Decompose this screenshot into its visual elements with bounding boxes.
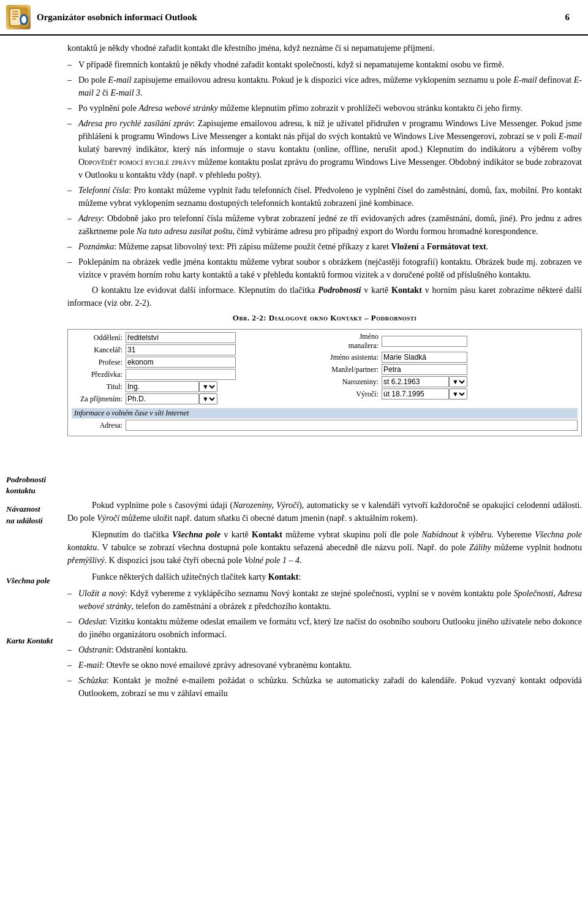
dialog-row-kancelar: Kancelář:: [72, 344, 322, 355]
bullet-dash-adresa: –: [67, 117, 77, 130]
dialog-row-manzel: Manžel/partner:: [328, 364, 578, 375]
label-kancelar: Kancelář:: [72, 346, 126, 355]
bullet-adresa: – Adresa pro rychlé zasílání zpráv: Zapi…: [67, 117, 582, 181]
val-adresa: [126, 420, 578, 431]
dialog-row-adresa: Adresa:: [72, 420, 578, 431]
header-title: Organizátor osobních informací Outlook: [37, 12, 197, 23]
content-area: Podrobnostikontaktu kontaktů je někdy vh…: [0, 42, 588, 496]
svg-rect-2: [12, 11, 18, 12]
bullet-schuzka: – Schůzka: Kontakt je možné e-mailem pož…: [67, 674, 582, 700]
dialog-internet-row: Informace o volném čase v síti Internet: [72, 408, 578, 418]
bullet-ulozit: – Uložit a nový: Když vybereme z vyklápě…: [67, 587, 582, 613]
sidebar-vsechna: Všechna pole: [6, 575, 56, 586]
bullet-text-odstranit: Odstranit: Odstranění kontaktu.: [78, 643, 582, 656]
bullet-dash-ulozit: –: [67, 587, 77, 600]
label-vyroci: Výročí:: [328, 390, 382, 399]
sidebar-bottom: Návaznostna události Všechna pole Karta …: [6, 499, 61, 702]
dialog-col-left: Oddělení: Kancelář:: [72, 332, 322, 406]
bullet-text-web: Po vyplnění pole Adresa webové stránky m…: [78, 102, 582, 115]
input-jmenoasistenta[interactable]: [382, 352, 467, 363]
para-podrobnosti: O kontaktu lze evidovat další informace.…: [67, 284, 582, 309]
bullet-text-email: Do pole E-mail zapisujeme emailovou adre…: [78, 74, 582, 99]
select-titul[interactable]: ▼: [199, 381, 217, 392]
bullet-dash-poznamka: –: [67, 240, 77, 253]
dialog-row-jmenoasistenta: Jméno asistenta:: [328, 352, 578, 363]
select-vyroci[interactable]: ▼: [449, 388, 467, 400]
val-manzel: [382, 364, 578, 375]
label-oddeleni: Oddělení:: [72, 333, 126, 343]
page-number: 6: [565, 12, 570, 23]
input-kancelar[interactable]: [126, 344, 236, 355]
input-zaprijmenim[interactable]: [126, 393, 199, 404]
bullet-odstranit: – Odstranit: Odstranění kontaktu.: [67, 643, 582, 656]
bullet-adresy: – Adresy: Obdobně jako pro telefonní čís…: [67, 212, 582, 238]
bullet-poznamka: – Poznámka: Můžeme zapsat libovolný text…: [67, 240, 582, 253]
val-prezdivka: [126, 369, 322, 380]
dialog-col-right: Jméno manažera: Jméno asistenta:: [328, 332, 578, 406]
bullet-text-odeslat: Odeslat: Vizitku kontaktu můžeme odeslat…: [78, 615, 582, 641]
dialog-two-col: Oddělení: Kancelář:: [72, 332, 578, 406]
main-content: kontaktů je někdy vhodné zařadit kontakt…: [61, 42, 582, 496]
label-jmenoasistenta: Jméno asistenta:: [328, 353, 382, 362]
svg-rect-4: [12, 16, 18, 17]
bullet-web: – Po vyplnění pole Adresa webové stránky…: [67, 102, 582, 115]
bullet-dash: –: [67, 58, 77, 71]
bullet-dash-web: –: [67, 102, 77, 115]
svg-rect-5: [12, 18, 16, 20]
bullet-text-adresy: Adresy: Obdobně jako pro telefonní čísla…: [78, 212, 582, 238]
bullet-text-adresa: Adresa pro rychlé zasílání zpráv: Zapisu…: [78, 117, 582, 181]
input-jmenomanazera[interactable]: [382, 336, 467, 347]
input-vyroci[interactable]: [382, 388, 449, 400]
label-profese: Profese:: [72, 358, 126, 367]
val-titul: ▼: [126, 381, 322, 392]
dialog-row-jmenomanazera: Jméno manažera:: [328, 332, 578, 350]
input-prezdivka[interactable]: [126, 369, 236, 380]
bullet-odeslat: – Odeslat: Vizitku kontaktu můžeme odesl…: [67, 615, 582, 641]
input-manzel[interactable]: [382, 364, 467, 375]
sidebar-label-podrobnosti: Podrobnostikontaktu: [6, 474, 56, 496]
main-bottom: Pokud vyplníme pole s časovými údaji (Na…: [61, 499, 582, 702]
outlook-icon: [6, 5, 31, 29]
sidebar: Podrobnostikontaktu: [6, 42, 61, 496]
input-narozeniny[interactable]: [382, 376, 449, 387]
dialog-row-vyroci: Výročí: ▼: [328, 388, 578, 400]
label-titul: Titul:: [72, 382, 126, 392]
bullet-email: – Do pole E-mail zapisujeme emailovou ad…: [67, 74, 582, 99]
bullet-dash-telefon: –: [67, 184, 77, 197]
input-titul[interactable]: [126, 381, 199, 392]
dialog-row-oddeleni: Oddělení:: [72, 332, 322, 343]
label-prezdivka: Přezdívka:: [72, 370, 126, 379]
svg-rect-3: [12, 13, 18, 15]
dialog-row-narozeniny: Narozeniny: ▼: [328, 376, 578, 387]
bullet-dash-email-btn: –: [67, 659, 77, 672]
select-narozeniny[interactable]: ▼: [449, 376, 467, 387]
bullet-dash-email: –: [67, 74, 77, 86]
val-vyroci: ▼: [382, 388, 578, 400]
input-profese[interactable]: [126, 357, 236, 368]
para-intro1: kontaktů je někdy vhodné zařadit kontakt…: [67, 42, 582, 55]
label-jmenomanazera: Jméno manažera:: [328, 332, 382, 350]
para-vsechna: Klepnutím do tlačítka Všechna pole v kar…: [67, 528, 582, 567]
internet-label: Informace o volném čase v síti Internet: [72, 408, 578, 418]
label-narozeniny: Narozeniny:: [328, 377, 382, 387]
dialog-row-prezdivka: Přezdívka:: [72, 369, 322, 380]
bullet-email-btn: – E-mail: Otevře se okno nové emailové z…: [67, 659, 582, 672]
bottom-content: Návaznostna události Všechna pole Karta …: [0, 499, 588, 702]
bullet-text-poznamka: Poznámka: Můžeme zapsat libovolný text: …: [78, 240, 582, 253]
bullet-text-telefon: Telefonní čísla: Pro kontakt můžeme vypl…: [78, 184, 582, 210]
input-oddeleni[interactable]: [126, 332, 236, 343]
val-jmenomanazera: [382, 336, 578, 347]
page-header: Organizátor osobních informací Outlook 6: [0, 0, 588, 36]
select-zaprijmenim[interactable]: ▼: [199, 393, 217, 404]
bullet-text-obrazek: Poklepáním na obrázek vedle jména kontak…: [78, 256, 582, 281]
bullet-text-ulozit: Uložit a nový: Když vybereme z vyklápěcí…: [78, 587, 582, 613]
dialog-row-profese: Profese:: [72, 357, 322, 368]
bullet-dash-odeslat: –: [67, 615, 77, 628]
figure-caption: Obr. 2-2: Dialogové okno Kontakt – Podro…: [67, 313, 582, 323]
para-karta-intro: Funkce některých dalších užitečných tlač…: [67, 570, 582, 583]
dialog-box: Oddělení: Kancelář:: [67, 329, 582, 436]
bullet-telefon: – Telefonní čísla: Pro kontakt můžeme vy…: [67, 184, 582, 210]
val-jmenoasistenta: [382, 352, 578, 363]
input-adresa[interactable]: [126, 420, 578, 431]
val-zaprijmenim: ▼: [126, 393, 322, 404]
